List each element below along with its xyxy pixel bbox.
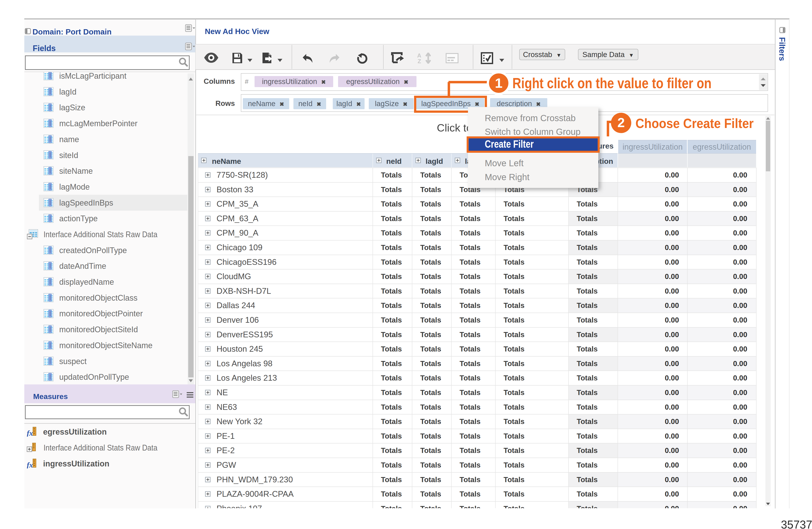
svg-text:Z: Z [418,58,421,64]
svg-text:fx: fx [27,429,33,437]
svg-text:fx: fx [27,461,33,469]
